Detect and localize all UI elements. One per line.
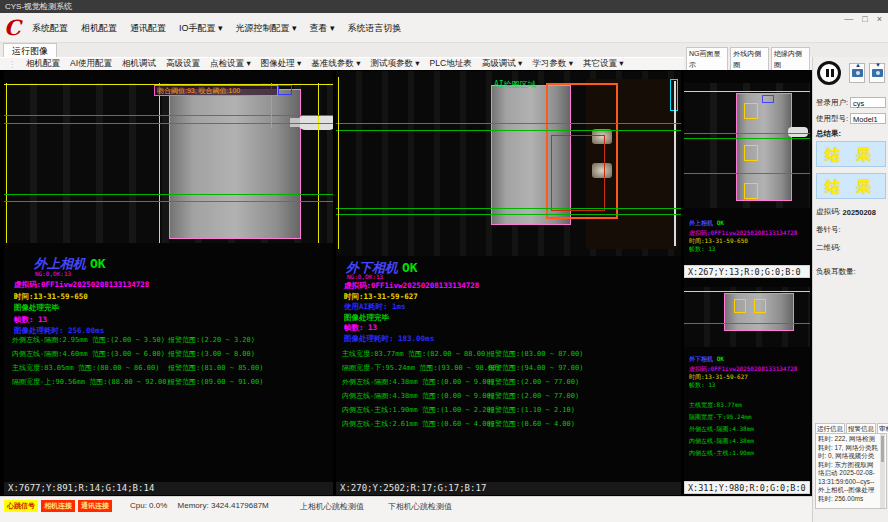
measurement-list: 主线宽度:83.77mm 范围:(82.00 ~ 88.00) 报警范围:(83… — [336, 347, 681, 439]
thumb-measurement: 主线宽度:83.77mm — [689, 401, 807, 409]
camera-view-upper[interactable]: 吻合阈值:93, 咬合阈值:100 外上相机OK NG:0,OK:13 虚拟码:… — [4, 71, 333, 482]
arrow-down-icon: ▼ — [875, 62, 881, 68]
control-row: ▲ ▼ — [815, 61, 887, 91]
result-ok-badge: OK — [717, 355, 724, 362]
camera-icon — [872, 69, 883, 77]
info-time: 时间:13-31-59-627 — [344, 292, 479, 303]
tab-alarm-info[interactable]: 报警信息 — [846, 423, 876, 433]
measurement-row: 外侧左线-隔圈:2.95mm 范围:(2.00 ~ 3.50) 报警范围:(2.… — [4, 333, 333, 347]
thumb-info-time: 时间:13-31-59-627 — [689, 373, 807, 381]
detect-box — [754, 299, 766, 313]
measurement-row: 隔圈宽度-下:95.24mm 范围:(93.00 ~ 98.00) 报警范围:(… — [336, 361, 681, 375]
model-label: 使用型号: — [816, 114, 848, 124]
measurement-value: 内侧左线-隔圈:4.38mm 范围:(0.00 ~ 9.00) — [342, 389, 495, 403]
toolbar-grip: ⋮ — [8, 60, 16, 69]
tab-count-row: 负极耳数量: — [816, 267, 886, 277]
window-titlebar: CYS-视觉检测系统 — [0, 0, 888, 13]
pause-button[interactable] — [817, 61, 841, 85]
overlay-hline-green — [4, 194, 333, 195]
alarm-range: 报警范围:(0.60 ~ 4.00) — [488, 417, 575, 431]
info-process-done: 图像处理完毕 — [14, 302, 149, 314]
tab-run-info[interactable]: 运行信息 — [815, 423, 845, 433]
menu-camera-config[interactable]: 相机配置 — [81, 22, 117, 35]
toolbar-camera-debug[interactable]: 相机调试 — [122, 58, 156, 70]
overlay-hline-green — [684, 138, 810, 139]
app-logo-icon: C — [4, 16, 26, 40]
menu-io-config[interactable]: IO手配置 ▾ — [179, 22, 223, 35]
detect-box — [744, 183, 758, 199]
menu-light-config[interactable]: 光源控制配置 ▾ — [236, 22, 297, 35]
status-badges: 心跳信号 相机连接 通讯连接 — [4, 500, 112, 512]
log-textbox[interactable]: 耗时: 222, 网络检测耗时: 17, 网络分类耗时: 0, 网络视频分类耗时… — [815, 433, 887, 509]
overlay-hline-green — [684, 173, 810, 174]
tab-run-image[interactable]: 运行图像 — [3, 43, 57, 57]
overlay-hline-green — [684, 323, 810, 324]
threshold-overlay-label: 吻合阈值:93, 咬合阈值:100 — [154, 85, 278, 96]
menu-comm-config[interactable]: 通讯配置 — [130, 22, 166, 35]
model-field[interactable]: Model1 — [850, 113, 886, 124]
measurement-value: 隔圈宽度-上:90.56mm 范围:(88.00 ~ 92.00) — [12, 375, 171, 389]
measurement-row: 隔圈宽度-上:90.56mm 范围:(88.00 ~ 92.00) 报警范围:(… — [4, 375, 333, 389]
overlay-hline-green — [336, 130, 681, 131]
coordinate-readout-lower: X:270;Y:2502;R:17;G:17;B:17 — [336, 482, 681, 495]
camera-view-lower[interactable]: AI绘图区域 外下相机OK NG:0,OK:13 虚拟码:0FF1ivw2025… — [336, 71, 681, 482]
toolbar-advanced-debug[interactable]: 高级调试 ▾ — [482, 58, 523, 70]
measurement-list: 外侧左线-隔圈:2.95mm 范围:(2.00 ~ 3.50) 报警范围:(2.… — [4, 333, 333, 397]
menu-system-config[interactable]: 系统配置 — [32, 22, 68, 35]
measurement-value: 外侧左线-隔圈:4.38mm 范围:(0.00 ~ 9.00) — [342, 375, 495, 389]
overlay-hline-yellow — [684, 291, 810, 292]
thumbnail-view-lower[interactable]: 外下相机 OK 虚拟码:0FF1ivw20250208133134728 时间:… — [684, 279, 810, 480]
total-result-label: 总结果: — [816, 129, 841, 139]
coordinate-readout-thumb-upper: X:267;Y:13;R:0;G:0;B:0 — [684, 265, 810, 278]
window-controls: — □ × — [844, 14, 882, 24]
info-process-time: 图像处理耗时: 183.00ms — [344, 334, 479, 345]
measurement-row: 内侧左线-隔圈:4.38mm 范围:(0.00 ~ 9.00) 报警范围:(2.… — [336, 389, 681, 403]
alarm-range: 报警范围:(2.00 ~ 77.00) — [488, 375, 579, 389]
tab-outer-inner-ring[interactable]: 外线内侧圈 — [730, 47, 769, 70]
tab-audit-info[interactable]: 审核信息 — [877, 423, 888, 433]
toolbar-camera-config[interactable]: 相机配置 — [26, 58, 60, 70]
info-process-done: 图像处理完毕 — [344, 313, 479, 324]
toolbar-test-params[interactable]: 测试项参数 ▾ — [370, 58, 419, 70]
camera-lower-button[interactable]: ▼ — [869, 63, 885, 83]
toolbar-other-settings[interactable]: 其它设置 ▾ — [583, 58, 624, 70]
measurement-value: 主线宽度:83.77mm 范围:(82.00 ~ 88.00) — [342, 347, 489, 361]
result-box-upper: 结 果 — [816, 141, 886, 167]
close-button[interactable]: × — [877, 14, 882, 24]
thumb-result-title: 外下相机 OK — [689, 355, 807, 363]
window-title: CYS-视觉检测系统 — [5, 2, 72, 11]
toolbar-advanced-settings[interactable]: 高级设置 — [166, 58, 200, 70]
scrollbar-thumb[interactable] — [881, 436, 884, 462]
status-bar: 心跳信号 相机连接 通讯连接 Cpu: 0.0% Memory: 3424.41… — [0, 496, 812, 522]
toolbar-spot-check[interactable]: 点检设置 ▾ — [210, 58, 251, 70]
login-user-row: 登录用户: cys — [816, 97, 886, 108]
thumb-measurement: 外侧左线-隔圈:4.38mm — [689, 425, 807, 433]
coordinate-readout-upper: X:7677;Y:891;R:14;G:14;B:14 — [4, 482, 333, 495]
toolbar-learn-params[interactable]: 学习参数 ▾ — [532, 58, 573, 70]
toolbar-image-process[interactable]: 图像处理 ▾ — [261, 58, 302, 70]
overlay-rect-blue — [278, 85, 292, 95]
menu-language-switch[interactable]: 系统语言切换 — [348, 22, 402, 35]
overlay-vline-yellow — [159, 83, 160, 243]
login-user-field[interactable]: cys — [850, 97, 886, 108]
overlay-hline-green — [336, 214, 681, 215]
measurement-row: 主线宽度:83.05mm 范围:(80.00 ~ 86.00) 报警范围:(81… — [4, 361, 333, 375]
camera-icon — [852, 69, 863, 77]
barcode-value: 20250208 — [843, 208, 876, 217]
tab-insulation-inner-ring[interactable]: 绝缘内侧圈 — [771, 47, 810, 70]
toolbar-baseline-params[interactable]: 基准线参数 ▾ — [311, 58, 360, 70]
camera-upper-button[interactable]: ▲ — [849, 63, 865, 83]
toolbar-ai-config[interactable]: AI使用配置 — [70, 58, 112, 70]
result-ok-badge: OK — [90, 256, 106, 271]
camera-counter: NG:0,OK:13 — [35, 270, 71, 277]
maximize-button[interactable]: □ — [862, 14, 867, 24]
log-scrollbar[interactable] — [880, 434, 885, 508]
minimize-button[interactable]: — — [844, 14, 853, 24]
system-stats: Cpu: 0.0% Memory: 3424.4179687M — [130, 501, 269, 510]
toolbar-plc-table[interactable]: PLC地址表 — [430, 58, 472, 70]
overlay-hline-yellow — [684, 91, 810, 92]
menu-view[interactable]: 查看 ▾ — [310, 22, 335, 35]
needle-row: 卷针号: — [816, 225, 886, 235]
tab-ng-display[interactable]: NG画面显示 — [686, 47, 728, 70]
thumbnail-view-upper[interactable]: 外上相机 OK 虚拟码:0FF1ivw20250208133134728 时间:… — [684, 71, 810, 265]
